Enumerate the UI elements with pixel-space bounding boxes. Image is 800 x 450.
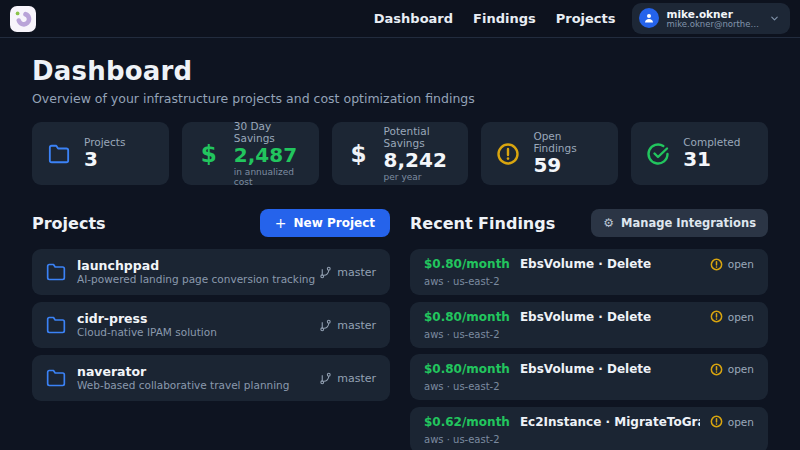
git-branch-icon: [319, 319, 332, 332]
dollar-icon: $: [346, 141, 372, 167]
nav-link-projects[interactable]: Projects: [556, 11, 616, 26]
finding-status: open: [710, 415, 754, 428]
alert-circle-icon: [710, 415, 723, 428]
stat-caption: per year: [384, 172, 455, 182]
project-name: cidr-press: [77, 311, 308, 327]
stat-card-potential-savings: $ Potential Savings 8,242 per year: [332, 122, 469, 185]
new-project-label: New Project: [293, 216, 375, 230]
stat-value: 31: [683, 148, 740, 171]
project-description: AI-powered landing page conversion track…: [77, 273, 308, 286]
folder-icon: [46, 315, 66, 335]
stat-value: 3: [84, 148, 125, 171]
manage-integrations-button[interactable]: ⚙ Manage Integrations: [591, 209, 768, 237]
alert-circle-icon: [710, 310, 723, 323]
findings-heading: Recent Findings: [410, 214, 555, 233]
projects-section: Projects + New Project launchppad AI-pow…: [32, 209, 390, 450]
folder-icon: [46, 262, 66, 282]
folder-icon: [46, 143, 72, 165]
finding-status-label: open: [728, 363, 754, 375]
finding-title: EbsVolume · Delete: [520, 310, 700, 324]
project-name: naverator: [77, 364, 308, 380]
gear-icon: ⚙: [603, 217, 614, 229]
dollar-icon: $: [196, 141, 222, 167]
app-logo[interactable]: [10, 6, 36, 32]
check-circle-icon: [645, 142, 671, 166]
avatar: [639, 8, 659, 28]
alert-circle-icon: [710, 258, 723, 271]
finding-meta: aws · us-east-2: [424, 381, 754, 392]
page-title: Dashboard: [32, 56, 768, 86]
finding-card[interactable]: $0.80/month EbsVolume · Delete open aws …: [410, 354, 768, 400]
git-branch-icon: [319, 266, 332, 279]
new-project-button[interactable]: + New Project: [260, 209, 390, 237]
finding-status: open: [710, 258, 754, 271]
stat-value: 59: [533, 154, 604, 177]
alert-circle-icon: [710, 363, 723, 376]
page-subtitle: Overview of your infrastructure projects…: [32, 91, 768, 106]
finding-title: Ec2Instance · MigrateToGraviton: [520, 415, 700, 429]
alert-circle-icon: [495, 142, 521, 166]
project-name: launchppad: [77, 258, 308, 274]
finding-status: open: [710, 363, 754, 376]
finding-title: EbsVolume · Delete: [520, 257, 700, 271]
stat-label: Potential Savings: [384, 125, 455, 149]
findings-section: Recent Findings ⚙ Manage Integrations $0…: [410, 209, 768, 450]
user-info: mike.okner mike.okner@northe…: [667, 8, 759, 30]
finding-status-label: open: [728, 258, 754, 270]
stat-card-completed: Completed 31: [631, 122, 768, 185]
nav-link-dashboard[interactable]: Dashboard: [374, 11, 453, 26]
finding-status-label: open: [728, 416, 754, 428]
project-card-launchppad[interactable]: launchppad AI-powered landing page conve…: [32, 249, 390, 295]
chevron-down-icon: [769, 13, 780, 24]
project-description: Cloud-native IPAM solution: [77, 326, 308, 339]
stat-card-projects: Projects 3: [32, 122, 169, 185]
nav-links: Dashboard Findings Projects: [374, 11, 616, 26]
user-name: mike.okner: [667, 8, 759, 20]
finding-card[interactable]: $0.80/month EbsVolume · Delete open aws …: [410, 302, 768, 348]
stat-value: 2,487: [234, 144, 305, 167]
stats-row: Projects 3 $ 30 Day Savings 2,487 in ann…: [32, 122, 768, 185]
content-columns: Projects + New Project launchppad AI-pow…: [32, 209, 768, 450]
finding-status-label: open: [728, 311, 754, 323]
top-nav: Dashboard Findings Projects mike.okner m…: [0, 0, 800, 38]
plus-icon: +: [275, 216, 287, 230]
branch-name: master: [337, 372, 376, 385]
stat-label: 30 Day Savings: [234, 120, 305, 144]
manage-integrations-label: Manage Integrations: [621, 216, 756, 230]
branch-indicator: master: [319, 266, 376, 279]
nav-link-findings[interactable]: Findings: [473, 11, 536, 26]
finding-meta: aws · us-east-2: [424, 276, 754, 287]
finding-savings: $0.80/month: [424, 310, 510, 324]
branch-indicator: master: [319, 319, 376, 332]
finding-savings: $0.62/month: [424, 415, 510, 429]
finding-status: open: [710, 310, 754, 323]
stat-label: Open Findings: [533, 130, 604, 154]
folder-icon: [46, 368, 66, 388]
finding-savings: $0.80/month: [424, 257, 510, 271]
stat-caption: in annualized cost: [234, 167, 305, 187]
finding-meta: aws · us-east-2: [424, 329, 754, 340]
project-description: Web-based collaborative travel planning: [77, 379, 308, 392]
project-card-naverator[interactable]: naverator Web-based collaborative travel…: [32, 355, 390, 401]
stat-card-30day-savings: $ 30 Day Savings 2,487 in annualized cos…: [182, 122, 319, 185]
finding-title: EbsVolume · Delete: [520, 362, 700, 376]
user-icon: [643, 12, 655, 24]
git-branch-icon: [319, 372, 332, 385]
stat-value: 8,242: [384, 149, 455, 172]
stat-card-open-findings: Open Findings 59: [481, 122, 618, 185]
finding-savings: $0.80/month: [424, 362, 510, 376]
branch-name: master: [337, 319, 376, 332]
project-card-cidr-press[interactable]: cidr-press Cloud-native IPAM solution ma…: [32, 302, 390, 348]
branch-indicator: master: [319, 372, 376, 385]
finding-card[interactable]: $0.62/month Ec2Instance · MigrateToGravi…: [410, 407, 768, 450]
user-email: mike.okner@northe…: [667, 20, 759, 30]
finding-card[interactable]: $0.80/month EbsVolume · Delete open aws …: [410, 249, 768, 295]
eggplant-logo-icon: [14, 10, 32, 28]
branch-name: master: [337, 266, 376, 279]
finding-meta: aws · us-east-2: [424, 434, 754, 445]
projects-heading: Projects: [32, 214, 106, 233]
main-content: Dashboard Overview of your infrastructur…: [0, 56, 800, 450]
user-menu[interactable]: mike.okner mike.okner@northe…: [632, 3, 790, 35]
